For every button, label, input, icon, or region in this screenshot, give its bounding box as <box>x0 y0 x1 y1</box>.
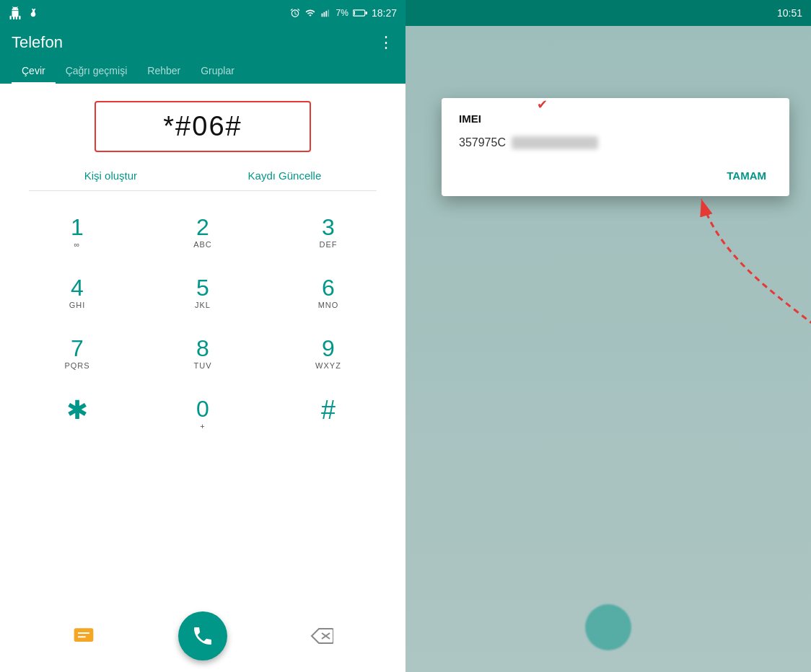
right-panel: 10:51 ✔ IMEI 357975C TAMAM <box>406 0 811 672</box>
message-icon <box>72 624 95 647</box>
left-panel: 7% 18:27 Telefon ⋮ Çevir Çağrı geçmişi R… <box>0 0 406 672</box>
svg-rect-7 <box>74 628 93 642</box>
svg-rect-2 <box>325 11 327 17</box>
imei-blurred <box>512 136 598 149</box>
imei-prefix: 357975C <box>459 136 506 149</box>
bottom-bar <box>0 600 406 672</box>
status-bar-right: 10:51 <box>406 0 811 26</box>
key-1[interactable]: 1 ∞ <box>14 203 140 263</box>
imei-ok-button[interactable]: TAMAM <box>721 167 772 185</box>
tab-cagri-gecmisi[interactable]: Çağrı geçmişi <box>56 58 138 84</box>
android-icon <box>9 6 22 19</box>
tab-cevir[interactable]: Çevir <box>12 58 56 84</box>
update-record-link[interactable]: Kaydı Güncelle <box>248 169 322 182</box>
svg-rect-6 <box>365 12 367 14</box>
key-7[interactable]: 7 PQRS <box>14 324 140 384</box>
backspace-button[interactable] <box>307 622 336 650</box>
signal-icon <box>320 8 332 18</box>
key-3[interactable]: 3 DEF <box>266 203 391 263</box>
imei-ok-row: TAMAM <box>459 167 772 185</box>
imei-number: 357975C <box>459 136 772 149</box>
backspace-icon <box>310 627 333 645</box>
action-links: Kişi oluştur Kaydı Güncelle <box>29 169 377 191</box>
wifi-icon <box>304 8 316 18</box>
battery-icon <box>353 9 367 17</box>
status-bar-left: 7% 18:27 <box>0 0 406 26</box>
right-background: ✔ IMEI 357975C TAMAM <box>406 26 811 672</box>
time-right: 10:51 <box>777 7 802 19</box>
key-4[interactable]: 4 GHI <box>14 263 140 324</box>
more-options-icon[interactable]: ⋮ <box>378 33 394 52</box>
svg-rect-5 <box>354 11 355 15</box>
message-button[interactable] <box>69 622 98 650</box>
dialpad: 1 ∞ 2 ABC 3 DEF 4 GHI 5 JKL 6 MNO 7 PQRS <box>14 203 391 448</box>
alarm-icon <box>290 8 300 18</box>
imei-check-icon: ✔ <box>537 97 548 112</box>
key-9[interactable]: 9 WXYZ <box>266 324 391 384</box>
app-title: Telefon <box>12 33 63 52</box>
tabs-bar: Çevir Çağrı geçmişi Rehber Gruplar <box>12 58 394 84</box>
key-2[interactable]: 2 ABC <box>140 203 266 263</box>
svg-rect-3 <box>328 9 329 17</box>
call-button[interactable] <box>178 611 227 660</box>
ghost-call-button <box>585 604 631 650</box>
phone-icon <box>191 624 214 647</box>
create-contact-link[interactable]: Kişi oluştur <box>84 169 137 182</box>
imei-title: IMEI <box>459 112 772 125</box>
key-0[interactable]: 0 + <box>140 384 266 448</box>
key-star[interactable]: ✱ <box>14 384 140 448</box>
status-icons-left <box>9 6 39 19</box>
battery-text: 7% <box>336 8 348 18</box>
status-center: 7% 18:27 <box>290 7 397 19</box>
dial-input[interactable]: *#06# <box>163 111 242 141</box>
svg-rect-0 <box>321 14 323 17</box>
usb-icon <box>27 7 39 19</box>
svg-rect-1 <box>323 12 325 17</box>
key-5[interactable]: 5 JKL <box>140 263 266 324</box>
app-bar: Telefon ⋮ Çevir Çağrı geçmişi Rehber Gru… <box>0 26 406 84</box>
time-display: 18:27 <box>372 7 397 19</box>
tab-rehber[interactable]: Rehber <box>137 58 190 84</box>
key-hash[interactable]: # <box>266 384 391 448</box>
app-bar-top: Telefon ⋮ <box>12 33 394 52</box>
key-8[interactable]: 8 TUV <box>140 324 266 384</box>
key-6[interactable]: 6 MNO <box>266 263 391 324</box>
dial-input-container[interactable]: *#06# <box>95 101 311 152</box>
arrow-indicator <box>680 185 811 372</box>
imei-dialog: ✔ IMEI 357975C TAMAM <box>442 98 789 196</box>
tab-gruplar[interactable]: Gruplar <box>190 58 245 84</box>
